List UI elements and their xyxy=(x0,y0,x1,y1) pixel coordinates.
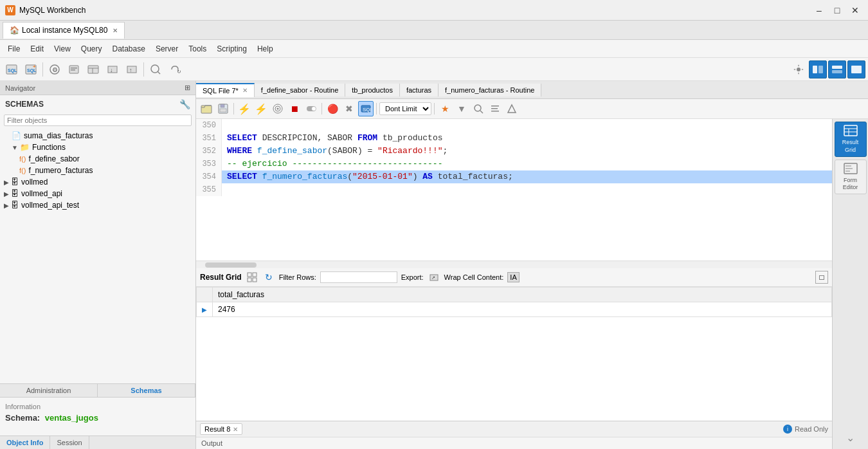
scroll-down-btn[interactable]: ⌄ xyxy=(846,432,854,449)
result-panel-toggle[interactable]: □ xyxy=(815,271,828,284)
run-selected-btn[interactable]: ⚡ xyxy=(253,101,269,116)
editor-tab-tbproductos[interactable]: tb_productos xyxy=(345,84,400,96)
svg-text:+: + xyxy=(33,64,36,69)
result-grid-icon[interactable] xyxy=(246,271,258,284)
tab-session[interactable]: Session xyxy=(50,436,89,449)
schemas-label: SCHEMAS xyxy=(5,100,44,109)
minimize-button[interactable]: – xyxy=(811,4,827,17)
tree-item-suma[interactable]: 📄 suma_dias_facturas xyxy=(0,130,195,142)
code-editor[interactable]: 350 351 SELECT DESCRIPCION, SABOR FROM t… xyxy=(196,119,832,261)
schema-tree: 📄 suma_dias_facturas ▼ 📁 Functions f() f… xyxy=(0,129,195,383)
tree-item-vollmed-api[interactable]: ▶ 🗄 vollmed_api xyxy=(0,188,195,199)
result-grid-side-icon xyxy=(836,125,865,138)
maximize-button[interactable]: □ xyxy=(829,4,845,17)
toolbar-layout1-btn[interactable] xyxy=(809,60,827,78)
limit-select[interactable]: Dont Limit 1000 rows 500 rows xyxy=(379,102,431,115)
editor-tab-label: tb_productos xyxy=(352,86,393,94)
row-indicator-header xyxy=(197,288,213,302)
svg-rect-39 xyxy=(491,105,499,107)
toolbar-layout2-btn[interactable] xyxy=(828,60,846,78)
toggle-btn[interactable] xyxy=(303,101,319,116)
tree-item-fdefine[interactable]: f() f_define_sabor xyxy=(0,153,195,165)
format-btn[interactable] xyxy=(487,101,503,116)
tree-item-functions[interactable]: ▼ 📁 Functions xyxy=(0,142,195,153)
open-file-btn[interactable] xyxy=(199,101,214,116)
menu-database[interactable]: Database xyxy=(107,42,150,56)
navigator-icon: ⊞ xyxy=(185,84,190,92)
menu-edit[interactable]: Edit xyxy=(25,42,49,56)
export-icon[interactable]: ↗ xyxy=(428,271,440,284)
svg-point-20 xyxy=(797,68,800,71)
result-tab-8[interactable]: Result 8 ✕ xyxy=(200,423,242,435)
file-icon: 📄 xyxy=(12,131,21,140)
refresh-icon[interactable]: ↻ xyxy=(262,271,275,284)
tree-item-fnumero[interactable]: f() f_numero_facturas xyxy=(0,165,195,176)
schemas-add-icon[interactable]: 🔧 xyxy=(179,99,190,109)
editor-tab-facturas[interactable]: facturas xyxy=(400,84,439,96)
read-only-label: Read Only xyxy=(795,425,828,433)
scroll-thumb[interactable] xyxy=(205,262,257,268)
table-navigate-btn[interactable] xyxy=(504,101,520,116)
find-btn[interactable] xyxy=(471,101,486,116)
toolbar-newsql-btn[interactable]: SQL+ xyxy=(22,60,40,78)
tab-administration[interactable]: Administration xyxy=(0,384,98,397)
menu-view[interactable]: View xyxy=(49,42,76,56)
close-button[interactable]: ✕ xyxy=(847,4,863,17)
filter-rows-input[interactable] xyxy=(320,271,397,283)
instance-tab-label: Local instance MySQL80 xyxy=(22,26,107,35)
menu-scripting[interactable]: Scripting xyxy=(212,42,252,56)
toolbar-query-btn[interactable] xyxy=(147,60,165,78)
collapse-arrow: ▶ xyxy=(4,202,9,209)
editor-tab-sqlfile7[interactable]: SQL File 7* ✕ xyxy=(196,83,255,97)
db-icon: 🗄 xyxy=(11,178,19,187)
toolbar-import-btn[interactable]: ↓ xyxy=(104,60,122,78)
tab-object-info[interactable]: Object Info xyxy=(0,436,50,449)
editor-tab-fnumero[interactable]: f_numero_facturas - Routine xyxy=(439,84,541,96)
instance-tab[interactable]: 🏠 Local instance MySQL80 ✕ xyxy=(3,22,125,39)
right-panel: SQL File 7* ✕ f_define_sabor - Routine t… xyxy=(196,81,868,449)
result-tab-close[interactable]: ✕ xyxy=(233,426,238,433)
toolbar-layout3-btn[interactable] xyxy=(847,60,865,78)
tree-item-vollmed[interactable]: ▶ 🗄 vollmed xyxy=(0,176,195,188)
cancel-btn[interactable]: ✖ xyxy=(341,101,357,116)
toolbar-settings-btn[interactable] xyxy=(790,60,808,78)
stop-btn[interactable]: ⏹ xyxy=(287,101,302,116)
tab-schemas[interactable]: Schemas xyxy=(98,384,195,397)
toolbar-connect-btn[interactable]: ⚙ xyxy=(46,60,64,78)
svg-text:SQL: SQL xyxy=(8,68,17,73)
editor-tab-close[interactable]: ✕ xyxy=(242,87,248,94)
editor-tab-fdefine[interactable]: f_define_sabor - Routine xyxy=(255,84,345,96)
save-file-btn[interactable] xyxy=(215,101,231,116)
beautify-btn[interactable]: 🔴 xyxy=(325,101,340,116)
toolbar-table-btn[interactable] xyxy=(84,60,102,78)
expand-arrow: ▼ xyxy=(12,144,18,151)
snippets-btn[interactable]: ▼ xyxy=(454,101,469,116)
tree-label: vollmed_api xyxy=(21,189,62,198)
toolbar-export-btn[interactable]: ↑ xyxy=(123,60,141,78)
toolbar-reconnect-btn[interactable]: ↻ xyxy=(166,60,184,78)
output-label: Output xyxy=(201,439,222,447)
svg-point-34 xyxy=(312,107,316,111)
svg-rect-44 xyxy=(253,273,257,277)
menu-server[interactable]: Server xyxy=(150,42,183,56)
instance-tab-close[interactable]: ✕ xyxy=(113,27,118,34)
toolbar-sql-btn[interactable]: SQL xyxy=(3,60,21,78)
filter-input[interactable] xyxy=(4,115,192,126)
menu-query[interactable]: Query xyxy=(76,42,107,56)
form-editor-side-btn[interactable]: FormEditor xyxy=(835,160,867,195)
bookmark-btn[interactable]: ★ xyxy=(437,101,453,116)
toolbar-schema-btn[interactable] xyxy=(65,60,83,78)
menu-help[interactable]: Help xyxy=(252,42,278,56)
schema-label: Schema: xyxy=(5,413,40,423)
editor-active-btn[interactable]: SQL xyxy=(358,101,374,116)
menu-file[interactable]: File xyxy=(3,42,25,56)
run-query-btn[interactable]: ⚡ xyxy=(237,101,252,116)
result-grid-side-btn[interactable]: ResultGrid xyxy=(835,122,867,157)
home-icon: 🏠 xyxy=(10,26,19,35)
svg-text:↗: ↗ xyxy=(431,275,435,280)
tree-item-vollmed-api-test[interactable]: ▶ 🗄 vollmed_api_test xyxy=(0,199,195,211)
navigator-header: Navigator ⊞ xyxy=(0,81,195,95)
menu-tools[interactable]: Tools xyxy=(183,42,212,56)
explain-btn[interactable] xyxy=(270,101,285,116)
horizontal-scrollbar[interactable] xyxy=(196,261,832,268)
